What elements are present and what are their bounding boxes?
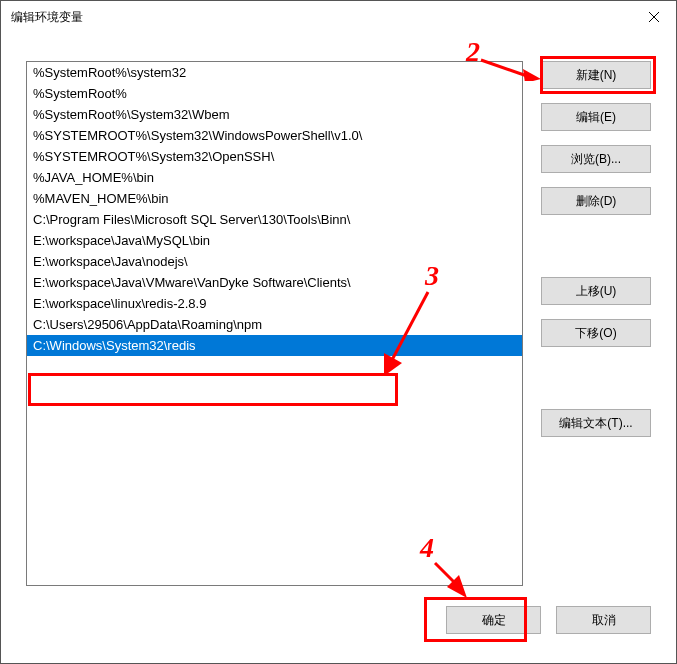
list-item[interactable]: %SYSTEMROOT%\System32\OpenSSH\	[27, 146, 522, 167]
titlebar: 编辑环境变量	[1, 1, 676, 33]
edit-button[interactable]: 编辑(E)	[541, 103, 651, 131]
window-title: 编辑环境变量	[11, 9, 83, 26]
path-listbox[interactable]: %SystemRoot%\system32%SystemRoot%%System…	[26, 61, 523, 586]
edit-text-button[interactable]: 编辑文本(T)...	[541, 409, 651, 437]
ok-button[interactable]: 确定	[446, 606, 541, 634]
move-down-button[interactable]: 下移(O)	[541, 319, 651, 347]
list-item[interactable]: E:\workspace\Java\nodejs\	[27, 251, 522, 272]
list-item[interactable]: E:\workspace\linux\redis-2.8.9	[27, 293, 522, 314]
list-item[interactable]: C:\Program Files\Microsoft SQL Server\13…	[27, 209, 522, 230]
button-gap-1	[541, 229, 651, 263]
dialog-window: 编辑环境变量 %SystemRoot%\system32%SystemRoot%…	[0, 0, 677, 664]
list-item[interactable]: %JAVA_HOME%\bin	[27, 167, 522, 188]
new-button[interactable]: 新建(N)	[541, 61, 651, 89]
footer-row: 确定 取消	[26, 606, 651, 634]
delete-button[interactable]: 删除(D)	[541, 187, 651, 215]
close-button[interactable]	[631, 1, 676, 33]
button-gap-2	[541, 361, 651, 395]
list-item[interactable]: E:\workspace\Java\MySQL\bin	[27, 230, 522, 251]
list-item[interactable]: C:\Users\29506\AppData\Roaming\npm	[27, 314, 522, 335]
list-item[interactable]: %SystemRoot%\system32	[27, 62, 522, 83]
list-item[interactable]: %SystemRoot%\System32\Wbem	[27, 104, 522, 125]
button-column: 新建(N) 编辑(E) 浏览(B)... 删除(D) 上移(U) 下移(O) 编…	[541, 61, 651, 586]
browse-button[interactable]: 浏览(B)...	[541, 145, 651, 173]
list-item[interactable]: E:\workspace\Java\VMware\VanDyke Softwar…	[27, 272, 522, 293]
list-item[interactable]: %SystemRoot%	[27, 83, 522, 104]
main-row: %SystemRoot%\system32%SystemRoot%%System…	[26, 61, 651, 586]
list-item[interactable]: %SYSTEMROOT%\System32\WindowsPowerShell\…	[27, 125, 522, 146]
cancel-button[interactable]: 取消	[556, 606, 651, 634]
list-item[interactable]: C:\Windows\System32\redis	[27, 335, 522, 356]
close-icon	[649, 12, 659, 22]
move-up-button[interactable]: 上移(U)	[541, 277, 651, 305]
dialog-body: %SystemRoot%\system32%SystemRoot%%System…	[1, 33, 676, 663]
list-item[interactable]: %MAVEN_HOME%\bin	[27, 188, 522, 209]
